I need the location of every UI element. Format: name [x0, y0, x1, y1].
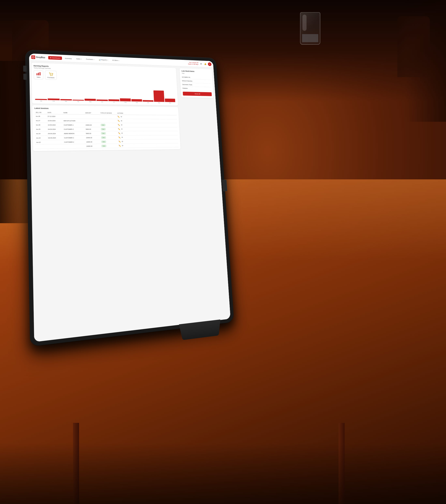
edit-icon[interactable]: ✏️ [118, 124, 120, 126]
bar-sep [131, 99, 142, 101]
earning-reports-card: Earning Reports Yearly Earnings Overview [32, 63, 178, 106]
water-glass [300, 12, 320, 45]
label-jan: Jan [40, 100, 42, 102]
cell-name: MAYUR SUTHAR [64, 120, 85, 121]
cell-actions: ✏️ 👁 [118, 120, 130, 122]
label-mar: Mar [65, 101, 67, 102]
svg-rect-2 [38, 73, 39, 75]
nav-item-reports[interactable]: 📊 Reports ▾ [97, 58, 110, 62]
view-icon[interactable]: 👁 [121, 132, 123, 134]
cell-name: CUSTOMER-2 [64, 141, 85, 143]
chart-bar-aug: Aug [120, 98, 131, 103]
sales-icon [36, 72, 41, 76]
home-button[interactable] [222, 180, 227, 191]
label-feb: Feb [52, 101, 55, 102]
chart-bar-sep: Sep [131, 99, 142, 103]
edit-icon[interactable]: ✏️ [118, 132, 120, 134]
cell-bill: inv-25 [36, 128, 47, 130]
cell-type: Sale [101, 124, 117, 126]
nav-label-inventory: Inventory [65, 57, 72, 59]
bell-icon-btn[interactable]: 🔔 [204, 62, 207, 66]
cell-bill: inv-27 [36, 120, 47, 121]
reports-icon: 📊 [99, 59, 101, 61]
nav-label-purchase: Purchase [86, 58, 93, 60]
volume-button-2[interactable] [23, 74, 27, 80]
show-all-button[interactable]: Show All [183, 92, 212, 96]
table-row: inv-25 04-09-2024 CUSTOMER-2 5600.00 Sal… [35, 127, 178, 131]
nav-item-purchase[interactable]: Purchase ▾ [84, 57, 96, 61]
view-icon[interactable]: 👁 [121, 141, 123, 143]
purchases-btn-label: Purchases [48, 77, 54, 78]
cell-name: CUSTOMER-2 [64, 128, 85, 130]
cell-date: 10-09-2024 [48, 120, 63, 121]
nav-item-inventory[interactable]: Inventory [63, 57, 73, 60]
cell-date: 04-09-2024 [48, 137, 63, 138]
nav-item-more[interactable]: ⊕ More ▾ [111, 59, 121, 62]
cell-amount: 5600.00 [86, 133, 101, 134]
nav-item-sales[interactable]: Sales ▾ [75, 57, 83, 61]
sales-report-btn[interactable]: Sales [34, 70, 43, 80]
view-icon[interactable]: 👁 [120, 116, 122, 118]
view-icon[interactable]: 👁 [121, 128, 123, 130]
cell-date [48, 146, 64, 146]
invoices-card: Latest Invoices BILL NO DATE NAME AMOUNT… [32, 105, 181, 151]
cell-name: CUSTOMER-1 [64, 124, 85, 126]
chart-bar-jun: Jun [97, 99, 108, 103]
cell-bill: inv-23 [36, 137, 47, 139]
tablet-device: GreyBizz ⊞ Dashboard Inventory Sales ▾ [25, 50, 234, 347]
stock-item-name-4: Radiator [182, 88, 188, 89]
nav-label-sales: Sales [76, 58, 81, 60]
view-icon[interactable]: 👁 [121, 124, 123, 126]
bar-may [85, 99, 96, 101]
edit-icon[interactable]: ✏️ [117, 116, 120, 118]
label-dec: Dec [169, 103, 171, 104]
purchases-report-btn[interactable]: Purchases [45, 71, 57, 80]
chart-bar-oct: Oct [143, 100, 154, 103]
bar-feb [48, 98, 59, 100]
edit-icon[interactable]: ✏️ [118, 141, 121, 143]
svg-rect-3 [39, 72, 41, 75]
cell-date: 10-09-2024 [48, 124, 63, 126]
header-actions: ACTIONS [117, 112, 129, 114]
cell-type: Sale [101, 141, 118, 143]
header-type: TYPE OF INVOICE [100, 112, 117, 114]
view-icon[interactable]: 👁 [121, 120, 122, 122]
svg-point-5 [52, 75, 52, 76]
label-sep: Sep [136, 102, 138, 103]
bar-oct [143, 100, 154, 102]
low-stock-card: Low Stock Items Total SOYABIN OIL Wrench… [180, 68, 214, 98]
cell-actions: ✏️ 👁 [118, 124, 130, 126]
cell-name: AMAN MEMON [64, 133, 85, 134]
chart-bar-nov: Nov [153, 90, 164, 104]
sale-badge: Sale [102, 145, 106, 147]
chart-bar-jul: Jul [108, 99, 120, 103]
bottom-shadow [0, 443, 446, 504]
bar-nov [153, 90, 164, 102]
label-aug: Aug [124, 102, 127, 103]
sale-badge: Sale [101, 124, 105, 126]
view-icon[interactable]: 👁 [122, 145, 123, 147]
edit-icon[interactable]: ✏️ [119, 145, 121, 147]
view-icon[interactable]: 👁 [121, 137, 123, 139]
cell-amount: 10000.00 [86, 145, 101, 147]
sale-badge: Sale [101, 141, 106, 143]
sales-btn-label: Sales [37, 76, 41, 78]
volume-button[interactable] [23, 66, 27, 72]
grid-icon-btn[interactable]: ⊞ [199, 62, 203, 66]
label-may: May [89, 101, 92, 102]
edit-icon[interactable]: ✏️ [118, 137, 120, 139]
cell-date [48, 142, 64, 142]
user-avatar[interactable]: U [208, 62, 212, 66]
cell-actions: ✏️ 👁 [118, 136, 130, 138]
more-icon: ⊕ [112, 59, 114, 61]
table-row: inv-26 10-09-2024 CUSTOMER-1 43000.00 Sa… [35, 123, 177, 127]
nav-item-dashboard[interactable]: ⊞ Dashboard [48, 56, 62, 60]
edit-icon[interactable]: ✏️ [118, 120, 120, 122]
cell-actions: ✏️ 👁 [118, 132, 130, 134]
edit-icon[interactable]: ✏️ [118, 128, 120, 130]
cell-bill: inv-26 [36, 124, 47, 126]
nav-label-dashboard: Dashboard [52, 57, 60, 59]
chevron-down-icon-3: ▾ [107, 59, 108, 61]
bar-chart: Jan Feb Mar [34, 81, 176, 104]
chart-bar-may: May [85, 99, 96, 102]
